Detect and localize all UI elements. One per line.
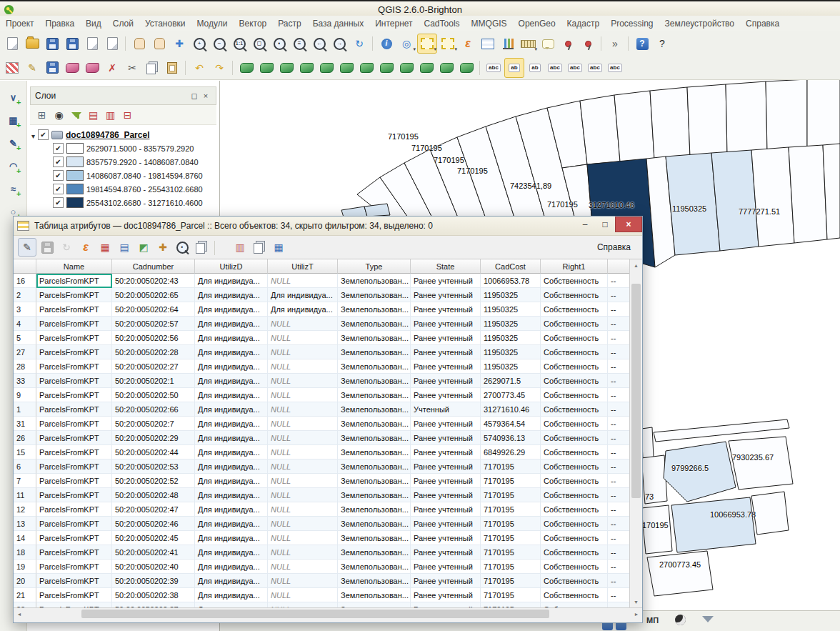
cell-cadcost[interactable]: 7170195 <box>481 488 541 502</box>
crs-status-icon[interactable] <box>675 615 686 627</box>
move-label-icon[interactable]: abc <box>566 59 584 77</box>
cell-extra[interactable]: -- <box>608 445 630 459</box>
cell-type[interactable]: Землепользован... <box>338 431 411 445</box>
cell-right1[interactable]: Собственность <box>541 502 608 517</box>
cell-type[interactable]: Землепользован... <box>338 374 411 388</box>
map-tips-icon[interactable] <box>539 34 557 53</box>
cell-type[interactable]: Землепользован... <box>338 388 411 402</box>
cell-utilizt[interactable]: Для индивидуа... <box>268 302 338 317</box>
cell-cadnumber[interactable]: 50:20:0050202:66 <box>112 402 195 417</box>
cell-utilizt[interactable]: NULL <box>268 402 338 417</box>
cell-right1[interactable]: Собственность <box>541 345 608 359</box>
scroll-right-icon[interactable]: ► <box>631 608 642 620</box>
cell-cadcost[interactable]: 11950325 <box>481 317 541 331</box>
column-header[interactable]: State <box>411 259 481 274</box>
row-number[interactable]: 18 <box>14 545 36 560</box>
class-checkbox[interactable] <box>53 156 64 167</box>
zoom-to-selection-icon[interactable]: ▪ <box>270 34 289 53</box>
table-row[interactable]: 26 ParcelsFromKPT 50:20:0050202:29 Для и… <box>14 431 630 445</box>
cell-name[interactable]: ParcelsFromKPT <box>36 602 112 607</box>
collapse-all-icon[interactable]: ▥ <box>103 107 118 122</box>
show-bookmarks-icon[interactable] <box>579 34 597 53</box>
cell-state[interactable]: Ранее учтенный <box>411 545 481 560</box>
expand-all-icon[interactable]: ▤ <box>86 107 101 122</box>
cell-type[interactable]: Землепользован... <box>338 474 411 488</box>
cell-name[interactable]: ParcelsFromKPT <box>36 374 112 388</box>
scroll-up-icon[interactable]: ▲ <box>630 259 642 271</box>
cell-utilizd[interactable]: Для индивидуа... <box>195 574 268 588</box>
fill-ring-icon[interactable] <box>317 59 336 77</box>
cell-name[interactable]: ParcelsFromKPT <box>36 317 112 331</box>
cell-name[interactable]: ParcelsFromKPT <box>36 459 112 474</box>
cad-grid-icon[interactable]: ▦ <box>4 111 23 129</box>
cell-utilizd[interactable]: Для индивидуа... <box>195 560 268 574</box>
rotate-label-icon[interactable]: abc <box>586 59 604 77</box>
table-row[interactable]: 5 ParcelsFromKPT 50:20:0050202:56 Для ин… <box>14 331 630 345</box>
cell-state[interactable]: Ранее учтенный <box>411 302 481 317</box>
class-checkbox[interactable] <box>53 184 64 194</box>
cell-name[interactable]: ParcelsFromKPT <box>36 331 112 345</box>
float-panel-icon[interactable]: ◻ <box>189 90 200 101</box>
add-group-icon[interactable]: ⊞ <box>34 107 49 122</box>
row-number[interactable]: 28 <box>14 359 36 374</box>
column-header[interactable]: Right1 <box>541 259 608 274</box>
row-number[interactable]: 16 <box>14 274 36 288</box>
cell-cadcost[interactable]: 2629071.5 <box>481 374 541 388</box>
cell-utilizt[interactable]: NULL <box>268 445 338 459</box>
offset-curve-icon[interactable] <box>397 59 416 77</box>
merge-features-icon[interactable] <box>457 59 476 77</box>
cell-cadnumber[interactable]: 50:20:0050202:47 <box>112 502 195 517</box>
cell-cadcost[interactable]: 7170195 <box>481 574 541 588</box>
field-calculator-icon[interactable]: ε <box>459 34 477 53</box>
cell-extra[interactable]: -- <box>608 359 630 374</box>
vertical-scrollbar[interactable]: ▲ ▼ <box>629 259 642 607</box>
column-header[interactable] <box>608 259 630 274</box>
cell-right1[interactable]: Собственность <box>541 588 608 602</box>
menu-item[interactable]: База данных <box>307 16 369 31</box>
toggle-editing-icon[interactable]: ✎ <box>23 59 41 77</box>
cell-type[interactable]: Землепользован... <box>338 517 411 531</box>
scroll-left-icon[interactable]: ◄ <box>14 608 25 620</box>
cell-right1[interactable]: Собственность <box>541 459 608 474</box>
cell-cadnumber[interactable]: 50:20:0050202:57 <box>112 317 195 331</box>
cell-state[interactable]: Ранее учтенный <box>411 474 481 488</box>
cell-utilizt[interactable]: NULL <box>268 331 338 345</box>
row-number[interactable]: 26 <box>14 431 36 445</box>
table-row[interactable]: 21 ParcelsFromKPT 50:20:0050202:38 Для и… <box>14 588 630 602</box>
cell-right1[interactable]: Собственность <box>541 602 608 607</box>
class-checkbox[interactable] <box>53 170 64 181</box>
menu-item[interactable]: MMQGIS <box>466 16 513 31</box>
legend-class-item[interactable]: 14086087.0840 - 19814594.8760 <box>29 169 218 182</box>
paste-features-icon[interactable] <box>163 59 181 77</box>
column-header[interactable]: CadCost <box>481 259 541 274</box>
table-row[interactable]: 22 ParcelsFromKPT 50:20:0050202:37 Для и… <box>14 602 630 607</box>
column-header[interactable]: Cadnumber <box>112 259 195 274</box>
cell-extra[interactable]: -- <box>608 545 630 560</box>
row-number[interactable]: 5 <box>14 331 36 345</box>
cell-cadcost[interactable]: 10066953.78 <box>481 274 541 288</box>
row-number[interactable]: 1 <box>14 402 36 417</box>
table-row[interactable]: 16 ParcelsFromKPT 50:20:0050202:43 Для и… <box>14 274 630 288</box>
cell-extra[interactable]: -- <box>608 531 630 545</box>
composer-manager-icon[interactable] <box>103 34 121 53</box>
cell-right1[interactable]: Собственность <box>541 445 608 459</box>
cell-cadcost[interactable]: 7170195 <box>481 517 541 531</box>
cell-right1[interactable]: Собственность <box>541 574 608 588</box>
cell-utilizd[interactable]: Для индивидуа... <box>195 602 268 607</box>
menu-item[interactable]: Установки <box>139 16 191 31</box>
column-header[interactable]: UtilizD <box>195 259 268 274</box>
menu-item[interactable]: Интернет <box>369 16 418 31</box>
menu-item[interactable]: Вектор <box>233 16 272 31</box>
cell-utilizd[interactable]: Для индивидуа... <box>195 331 268 345</box>
column-header[interactable]: UtilizT <box>268 259 338 274</box>
save-project-icon[interactable] <box>43 34 61 53</box>
cell-right1[interactable]: Собственность <box>541 274 608 288</box>
table-row[interactable]: 14 ParcelsFromKPT 50:20:0050202:45 Для и… <box>14 531 630 545</box>
toolbar-icon[interactable] <box>370 34 376 53</box>
menu-item[interactable]: Проект <box>0 16 40 31</box>
toggle-editing-icon[interactable]: ✎ <box>18 238 36 257</box>
delete-selected-features-icon[interactable]: ▦ <box>96 239 114 256</box>
cad-curve-icon[interactable]: ◠ <box>4 156 23 175</box>
cad-spline-icon[interactable]: ≈ <box>4 179 23 198</box>
menu-item[interactable]: Слой <box>107 16 139 31</box>
